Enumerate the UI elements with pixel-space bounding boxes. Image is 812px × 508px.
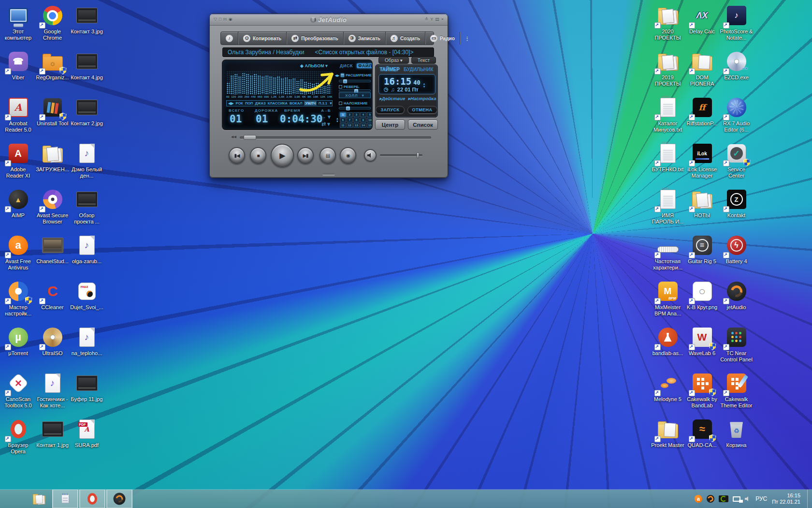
- desktop-icon[interactable]: ϟBattery 4: [719, 233, 754, 279]
- desktop-icon[interactable]: Melodyne 5: [651, 371, 685, 417]
- action-link[interactable]: ▸Действие: [379, 96, 405, 101]
- eq-preset[interactable]: РОК: [236, 101, 243, 105]
- desktop-icon[interactable]: AAcrobat Reader 5.0: [1, 95, 35, 141]
- toolbar-menu-button[interactable]: ⋮: [460, 32, 475, 45]
- tray-network-icon[interactable]: [733, 496, 740, 502]
- desktop-icon[interactable]: Частотная характери...: [651, 233, 685, 279]
- desktop-icon[interactable]: Буфер 11.jpg: [70, 371, 104, 417]
- eq-preset[interactable]: ДЖАЗ: [255, 101, 266, 105]
- track-cell[interactable]: 10: [367, 118, 373, 122]
- volume-handle[interactable]: [417, 152, 419, 158]
- previous-button[interactable]: ▮◀: [229, 147, 245, 164]
- track-cell[interactable]: 3: [353, 112, 360, 117]
- desktop-icon[interactable]: ○K-B Круг.png: [685, 279, 719, 325]
- start-timer-button[interactable]: ЗАПУСК: [376, 106, 404, 114]
- seek-bar[interactable]: [240, 136, 431, 139]
- taskbar-start-button[interactable]: [0, 490, 26, 508]
- extension-slider[interactable]: [339, 80, 371, 82]
- close-icon[interactable]: ×: [441, 17, 444, 22]
- convert-button[interactable]: ⇄Преобразовать: [286, 32, 343, 45]
- mute-button[interactable]: [364, 149, 377, 162]
- help-icon[interactable]: H: [223, 17, 227, 22]
- desktop-icon[interactable]: Cakewalk by BandLab: [685, 371, 719, 417]
- desktop-icon[interactable]: Контакт 4.jpg: [70, 49, 104, 95]
- desktop-icon[interactable]: Контакт 2.jpg: [70, 95, 104, 141]
- menu-icon[interactable]: ▽: [214, 17, 217, 22]
- track-cell[interactable]: 7: [347, 118, 353, 122]
- taskbar-jetaudio-button[interactable]: [106, 490, 132, 508]
- text-button[interactable]: Текст: [411, 57, 436, 64]
- settings-link[interactable]: ▸Настройка: [408, 96, 436, 101]
- desktop-icon[interactable]: ≡Guitar Rig 5: [685, 233, 719, 279]
- disc-tab[interactable]: ДИСК: [340, 63, 353, 68]
- desktop-icon[interactable]: ✓Service Center: [719, 141, 754, 187]
- desktop-icon[interactable]: Каталог Минусов.txt: [651, 95, 685, 141]
- equalizer-icon[interactable]: ≙: [425, 17, 429, 22]
- desktop-icon[interactable]: EZCD.exe: [719, 49, 754, 95]
- track-cell[interactable]: 15: [367, 123, 373, 128]
- seek-handle[interactable]: [244, 135, 256, 140]
- track-cell[interactable]: 13: [353, 123, 360, 128]
- ab-repeat-button[interactable]: А↔Б: [321, 108, 331, 113]
- desktop-icon[interactable]: ♪Гостинчики - Как хоте...: [35, 371, 70, 417]
- desktop-icon[interactable]: µμTorrent: [1, 325, 35, 371]
- desktop-icon[interactable]: 2020 ПРОЕКТЫ: [651, 3, 685, 49]
- track-cell[interactable]: 6: [340, 118, 346, 122]
- tray-volume-icon[interactable]: [745, 496, 751, 501]
- desktop-icon[interactable]: ЗАГРУЖЕН...: [35, 141, 70, 187]
- tab-timer[interactable]: ТАЙМЕР: [379, 67, 400, 72]
- desktop-icon[interactable]: ffRiffstationP...: [685, 95, 719, 141]
- desktop-icon[interactable]: Uninstall Tool: [35, 95, 70, 141]
- next-button[interactable]: ▶▮: [297, 147, 314, 164]
- repeat-mode-icon[interactable]: → ▾: [321, 114, 331, 120]
- tab-alarm[interactable]: БУДИЛЬНИК: [404, 67, 434, 72]
- taskbar-clock[interactable]: 16:15 Пт 22.01.21: [772, 493, 802, 505]
- desktop-icon[interactable]: Браузер Opera: [1, 417, 35, 463]
- reverb-type-dropdown[interactable]: ХОЛЛ▾: [339, 92, 371, 98]
- track-cell[interactable]: 4: [360, 112, 366, 117]
- preset-prev-next-icon[interactable]: ◀▶: [228, 101, 234, 105]
- desktop-icon[interactable]: Мастер настройк...: [1, 279, 35, 325]
- album-selector[interactable]: ◈ АЛЬБОМ ▾: [300, 63, 328, 68]
- desktop-icon[interactable]: aAvast Free Antivirus: [1, 233, 35, 279]
- desktop-icon[interactable]: Обзор проекта ...: [70, 187, 104, 233]
- desktop-icon[interactable]: iLokiLok License Manager: [685, 141, 719, 187]
- overlay-slider[interactable]: [339, 107, 371, 109]
- stop-button[interactable]: ■: [250, 147, 266, 164]
- desktop-icon[interactable]: ▲AIMP: [1, 187, 35, 233]
- language-indicator[interactable]: РУС: [755, 495, 767, 502]
- eq-preset[interactable]: ВОКАЛ: [290, 101, 302, 105]
- reverb-slider[interactable]: [339, 90, 371, 92]
- file-tab[interactable]: ФАЙЛ: [357, 63, 373, 68]
- track-cell[interactable]: 8: [353, 118, 360, 122]
- desktop-icon[interactable]: RX 7 Audio Editor (6...: [719, 95, 754, 141]
- eq-preset[interactable]: КЛАССИКА: [268, 101, 288, 105]
- volume-slider[interactable]: [380, 154, 422, 156]
- tray-avast-icon[interactable]: a: [695, 495, 702, 503]
- desktop-icon[interactable]: Этот компьютер: [1, 3, 35, 49]
- copy-button[interactable]: ⊙Копировать: [238, 32, 286, 45]
- desktop-icon[interactable]: MBPMMixMeister BPM Ana...: [651, 279, 685, 325]
- window-resize-grip[interactable]: [322, 173, 335, 175]
- tray-nvidia-icon[interactable]: [719, 495, 728, 502]
- desktop-icon[interactable]: UltraISO: [35, 325, 70, 371]
- mode-icon[interactable]: ◉: [229, 17, 232, 22]
- player-titlebar[interactable]: ▽□H◉ JetAudio ≙Y▤×: [210, 14, 448, 26]
- desktop-icon[interactable]: ♻Корзина: [719, 417, 754, 463]
- image-button[interactable]: Образ ▾: [378, 57, 409, 64]
- desktop-icon[interactable]: ZKontakt: [719, 187, 754, 233]
- desktop-icon[interactable]: 2019 ПРОЕКТЫ: [651, 49, 685, 95]
- desktop-icon[interactable]: ☼RegOrganiz...: [35, 49, 70, 95]
- eq-preset[interactable]: ПОП: [245, 101, 253, 105]
- desktop-icon[interactable]: APDFSURA.pdf: [70, 417, 104, 463]
- desktop-icon[interactable]: AAdobe Reader XI: [1, 141, 35, 187]
- timer-spinner[interactable]: ▲▼: [423, 82, 425, 88]
- cancel-timer-button[interactable]: ОТМЕНА: [407, 106, 437, 114]
- desktop-icon[interactable]: ChanelStud...: [35, 233, 70, 279]
- radio-button[interactable]: ▭Радио: [425, 32, 460, 45]
- extension-checkbox[interactable]: [341, 74, 344, 77]
- desktop-icon[interactable]: Контакт 1.jpg: [35, 417, 70, 463]
- desktop-icon[interactable]: ×CanoScan Toolbox 5.0: [1, 371, 35, 417]
- record-button[interactable]: ③Записать: [343, 32, 385, 45]
- desktop-icon[interactable]: CCCleaner: [35, 279, 70, 325]
